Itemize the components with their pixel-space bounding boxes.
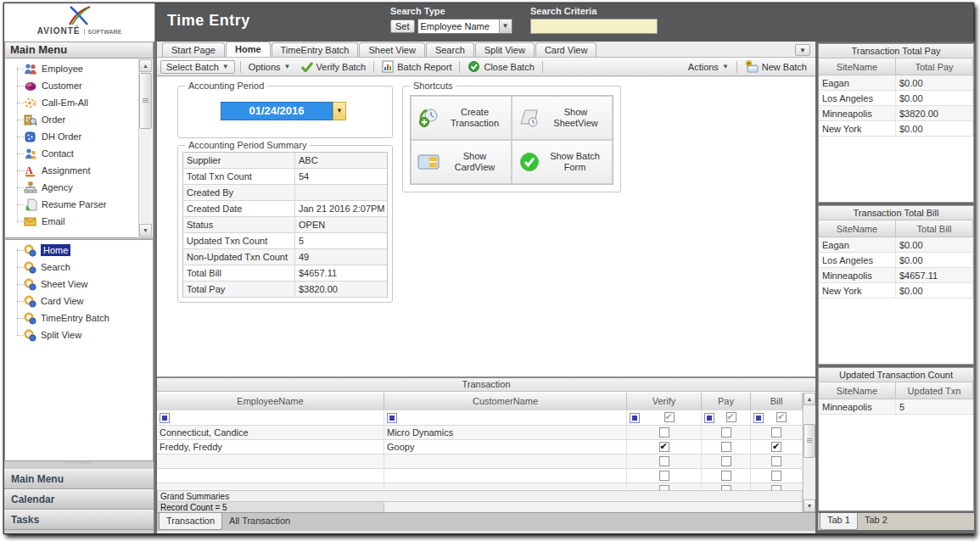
search-type-select[interactable]: Employee Name ▼ [417,19,512,34]
table-row[interactable] [157,469,803,483]
table-row[interactable]: Minneapolis5 [819,399,973,415]
sidebar-item-assignment[interactable]: A Assignment [5,162,138,179]
table-row[interactable]: Eagan$0.00 [819,75,973,91]
col-bill[interactable]: Bill [751,393,803,410]
sidebar-item-sheet-view[interactable]: Sheet View [5,276,153,293]
sidebar-item-order[interactable]: Order [5,111,138,128]
accounting-period-date[interactable]: 01/24/2016 [221,102,333,120]
col-employee-name[interactable]: EmployeeName [157,393,384,410]
scroll-thumb[interactable] [139,73,152,129]
verify-batch-button[interactable]: Verify Batch [296,61,372,73]
tree-scrollbar[interactable]: ▲ ▼ [138,59,152,237]
sidebar-item-email[interactable]: Email [5,213,138,230]
scroll-up-icon[interactable]: ▲ [139,59,152,72]
calendar-dropdown-icon[interactable]: ▼ [333,102,346,120]
verify-checkbox[interactable] [659,471,669,481]
select-batch-button[interactable]: Select Batch▼ [160,60,235,74]
pay-checkbox[interactable] [721,427,731,438]
pay-all-checkbox[interactable] [726,412,736,422]
tab-1[interactable]: Tab 1 [820,513,858,530]
scroll-down-icon[interactable]: ▼ [139,224,152,237]
verify-all-checkbox[interactable] [664,412,675,422]
show-batch-form-button[interactable]: Show Batch Form [512,140,613,184]
options-button[interactable]: Options▼ [244,61,296,73]
sidebar-item-customer[interactable]: Customer [5,77,138,94]
create-transaction-button[interactable]: Create Transaction [411,96,512,140]
filter-icon[interactable] [387,413,397,423]
sidebar-item-split-view[interactable]: Split View [5,326,153,343]
tab-2[interactable]: Tab 2 [858,513,894,530]
panel-tasks[interactable]: Tasks [4,510,154,530]
panel-main-menu[interactable]: Main Menu [4,469,154,489]
sidebar-item-contact[interactable]: Contact [5,145,138,162]
bill-checkbox[interactable] [771,442,781,452]
tab-list-dropdown-icon[interactable]: ▼ [795,44,810,56]
sidebar-item-home[interactable]: Home [5,242,153,259]
filter-icon[interactable] [753,413,764,423]
filter-icon[interactable] [630,413,640,423]
tab-transaction[interactable]: Transaction [159,513,222,530]
table-row[interactable] [157,455,803,469]
sidebar-item-employee[interactable]: Employee [5,60,138,77]
table-row[interactable]: Eagan$0.00 [819,237,973,253]
scroll-up-icon[interactable]: ▲ [804,393,815,405]
batch-report-button[interactable]: Batch Report [377,59,456,74]
tab-card-view[interactable]: Card View [535,42,597,57]
tab-sheet-view[interactable]: Sheet View [359,42,424,57]
search-criteria-input[interactable] [530,19,658,34]
tab-start-page[interactable]: Start Page [162,42,225,57]
grid-scrollbar[interactable]: ▲ ▼ [803,393,815,512]
pay-checkbox[interactable] [721,456,731,466]
col-customer-name[interactable]: CustomerName [384,393,627,410]
search-type-label: Search Type [390,6,512,16]
tab-search[interactable]: Search [426,42,474,57]
verify-checkbox[interactable] [659,427,669,438]
table-row[interactable]: Freddy, Freddy Goopy [157,440,803,455]
tab-home[interactable]: Home [226,42,271,57]
tab-all-transaction[interactable]: All Transaction [222,513,297,530]
tab-split-view[interactable]: Split View [475,42,535,57]
accounting-period-picker[interactable]: 01/24/2016 ▼ [221,102,346,120]
sidebar-item-search[interactable]: Search [5,259,153,276]
table-row[interactable]: New York$0.00 [819,121,973,137]
chevron-down-icon[interactable]: ▼ [499,20,512,33]
show-sheetview-button[interactable]: Show SheetView [512,96,613,140]
sidebar-item-timeentry-batch[interactable]: TimeEntry Batch [5,310,153,326]
pay-checkbox[interactable] [721,442,731,452]
sidebar-item-card-view[interactable]: Card View [5,293,153,310]
table-row[interactable]: Los Angeles$0.00 [819,253,973,268]
verify-checkbox[interactable] [659,456,669,466]
bill-all-checkbox[interactable] [776,412,787,422]
new-batch-button[interactable]: New Batch [740,59,812,74]
close-batch-button[interactable]: Close Batch [462,59,539,74]
filter-icon[interactable] [160,413,170,423]
sidebar-item-call-em-all[interactable]: Call-Em-All [5,94,138,111]
table-row[interactable]: New York$0.00 [819,283,973,298]
table-row[interactable] [157,483,803,490]
col-verify[interactable]: Verify [627,393,702,410]
toolbar-separator [459,61,460,73]
scroll-down-icon[interactable]: ▼ [804,499,815,512]
table-row[interactable]: Connecticut, Candice Micro Dynamics [157,426,803,440]
table-row[interactable]: Los Angeles$0.00 [819,91,973,106]
actions-button[interactable]: Actions▼ [683,61,734,73]
verify-checkbox[interactable] [659,442,669,452]
bill-checkbox[interactable] [771,456,781,466]
scroll-thumb[interactable] [804,424,815,458]
table-row[interactable]: Minneapolis$3820.00 [819,106,973,121]
panel-calendar[interactable]: Calendar [4,489,154,510]
grid-header-row: SiteName Updated Txn [819,382,973,399]
sidebar-item-dh-order[interactable]: DH Order [5,128,138,145]
bill-checkbox[interactable] [771,427,781,438]
pay-checkbox[interactable] [721,471,731,481]
sidebar-item-agency[interactable]: Agency [5,179,138,196]
tab-timeentry-batch[interactable]: TimeEntry Batch [272,42,359,57]
sidebar-item-resume-parser[interactable]: Resume Parser [5,196,138,213]
sidebar-splitter[interactable]: ''''''''' [4,461,154,469]
show-cardview-button[interactable]: Show CardView [411,140,512,184]
col-pay[interactable]: Pay [702,393,751,410]
filter-icon[interactable] [704,413,714,423]
bill-checkbox[interactable] [771,471,781,481]
table-row[interactable]: Minneapolis$4657.11 [819,268,973,283]
set-button[interactable]: Set [390,20,415,33]
